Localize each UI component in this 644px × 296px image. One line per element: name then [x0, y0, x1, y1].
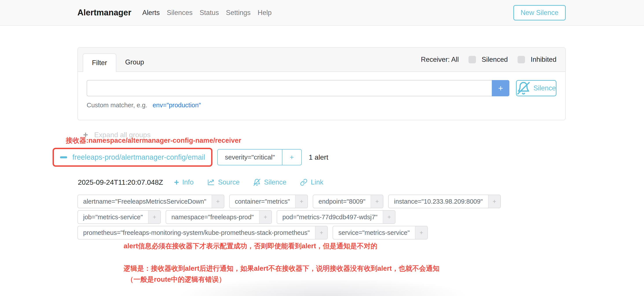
label-text: pod="metrics-77d9cdb497-wdsj7"	[277, 211, 383, 224]
label-add-filter-button[interactable]: +	[212, 195, 224, 208]
alert-detail-row: 2025-09-24T11:20:07.048Z + Info Source S…	[78, 178, 337, 186]
matcher-input[interactable]	[87, 80, 492, 96]
label-add-filter-button[interactable]: +	[488, 195, 500, 208]
label-row: job="metrics-service" + namespace="freel…	[78, 210, 501, 224]
label-text: endpoint="8009"	[313, 195, 370, 208]
annotation-red-box: freeleaps-prod/alertmanager-config/email	[52, 148, 212, 167]
silence-alert-label: Silence	[264, 178, 286, 186]
new-silence-button[interactable]: New Silence	[513, 5, 566, 20]
source-button[interactable]: Source	[207, 178, 240, 186]
annotation-logic-line1: 逻辑是：接收器收到alert后进行通知，如果alert不在接收器下，说明接收器没…	[124, 263, 440, 274]
label-add-filter-button[interactable]: +	[259, 211, 272, 224]
bottom-shadow	[141, 280, 506, 296]
nav-item-alerts[interactable]: Alerts	[142, 9, 160, 17]
label-text: instance="10.233.98.209:8009"	[389, 195, 488, 208]
label-text: job="metrics-service"	[78, 211, 148, 224]
filter-card-body: + Silence Custom matcher, e.g. env="prod…	[78, 72, 565, 120]
label-tag: container="metrics" +	[229, 194, 308, 208]
top-navbar: Alertmanager Alerts Silences Status Sett…	[0, 0, 644, 26]
label-text: container="metrics"	[230, 195, 295, 208]
collapse-minus-icon	[60, 156, 67, 158]
label-tag: alertname="FreeleapsMetricsServiceDown" …	[78, 194, 224, 208]
label-tag: service="metrics-service" +	[332, 226, 428, 240]
alert-timestamp: 2025-09-24T11:20:07.048Z	[78, 178, 163, 186]
group-receiver-link[interactable]: freeleaps-prod/alertmanager-config/email	[60, 153, 205, 162]
bell-slash-icon	[517, 81, 530, 95]
filter-card: Filter Group Receiver: All Silenced Inhi…	[78, 47, 566, 120]
tab-filter[interactable]: Filter	[83, 54, 116, 72]
group-matcher-plus-button[interactable]: +	[282, 150, 301, 165]
nav-item-help[interactable]: Help	[258, 9, 272, 17]
inhibited-checkbox-group[interactable]: Inhibited	[518, 56, 556, 64]
hint-example-link[interactable]: env="production"	[153, 102, 201, 109]
link-icon	[300, 178, 308, 186]
annotation-alert-note: alert信息必须在接收器下才表示配置成功，否则即使能看到alert，但是通知是…	[124, 242, 378, 251]
label-tag: pod="metrics-77d9cdb497-wdsj7" +	[277, 210, 396, 224]
alert-count: 1 alert	[309, 153, 328, 162]
alert-labels: alertname="FreeleapsMetricsServiceDown" …	[78, 194, 501, 242]
label-add-filter-button[interactable]: +	[383, 211, 395, 224]
label-add-filter-button[interactable]: +	[148, 211, 160, 224]
bell-slash-icon	[253, 178, 261, 186]
label-text: prometheus="freeleaps-monitoring-system/…	[78, 226, 315, 239]
silenced-checkbox-group[interactable]: Silenced	[468, 56, 508, 64]
hint-text: Custom matcher, e.g.	[87, 102, 147, 109]
app-brand[interactable]: Alertmanager	[78, 8, 131, 17]
label-tag: namespace="freeleaps-prod" +	[166, 210, 272, 224]
plus-icon: +	[174, 178, 179, 186]
source-label: Source	[218, 178, 240, 186]
matcher-hint: Custom matcher, e.g. env="production"	[87, 102, 556, 109]
label-tag: job="metrics-service" +	[78, 210, 161, 224]
info-button[interactable]: + Info	[174, 178, 194, 186]
silence-filter-button[interactable]: Silence	[516, 80, 556, 96]
chart-line-icon	[207, 178, 215, 186]
receiver-dropdown[interactable]: Receiver: All	[421, 56, 459, 64]
silenced-checkbox[interactable]	[468, 56, 476, 63]
label-row: prometheus="freeleaps-monitoring-system/…	[78, 226, 501, 240]
link-button[interactable]: Link	[300, 178, 323, 186]
label-text: alertname="FreeleapsMetricsServiceDown"	[78, 195, 212, 208]
label-add-filter-button[interactable]: +	[370, 195, 383, 208]
filter-options: Receiver: All Silenced Inhibited	[421, 56, 556, 64]
label-add-filter-button[interactable]: +	[315, 226, 327, 239]
info-label: Info	[182, 178, 194, 186]
alertmanager-page: Alertmanager Alerts Silences Status Sett…	[0, 0, 644, 296]
label-text: namespace="freeleaps-prod"	[166, 211, 259, 224]
silence-alert-button[interactable]: Silence	[253, 178, 286, 186]
label-add-filter-button[interactable]: +	[415, 226, 427, 239]
label-tag: endpoint="8009" +	[313, 194, 383, 208]
label-tag: prometheus="freeleaps-monitoring-system/…	[78, 226, 328, 240]
nav-item-silences[interactable]: Silences	[167, 9, 192, 17]
silence-filter-label: Silence	[533, 84, 556, 92]
label-tag: instance="10.233.98.209:8009" +	[388, 194, 501, 208]
filter-card-header: Filter Group Receiver: All Silenced Inhi…	[78, 48, 565, 72]
group-matcher-label: severity="critical"	[218, 150, 282, 165]
inhibited-checkbox[interactable]	[518, 56, 525, 63]
link-label: Link	[311, 178, 323, 186]
group-receiver-label: freeleaps-prod/alertmanager-config/email	[72, 153, 205, 162]
nav-item-status[interactable]: Status	[200, 9, 219, 17]
inhibited-label: Inhibited	[531, 56, 556, 64]
annotation-receiver-note: 接收器:namespace/altermanager-config-name/r…	[66, 136, 241, 145]
add-matcher-button[interactable]: +	[492, 80, 510, 96]
label-add-filter-button[interactable]: +	[295, 195, 308, 208]
tab-group[interactable]: Group	[116, 53, 153, 72]
matcher-row: + Silence	[87, 80, 556, 96]
silenced-label: Silenced	[482, 56, 508, 64]
group-matcher-tag: severity="critical" +	[217, 149, 302, 165]
label-row: alertname="FreeleapsMetricsServiceDown" …	[78, 194, 501, 208]
alert-group-row: freeleaps-prod/alertmanager-config/email…	[52, 148, 328, 167]
nav-links: Alerts Silences Status Settings Help	[142, 9, 272, 17]
label-text: service="metrics-service"	[333, 226, 415, 239]
nav-item-settings[interactable]: Settings	[226, 9, 250, 17]
